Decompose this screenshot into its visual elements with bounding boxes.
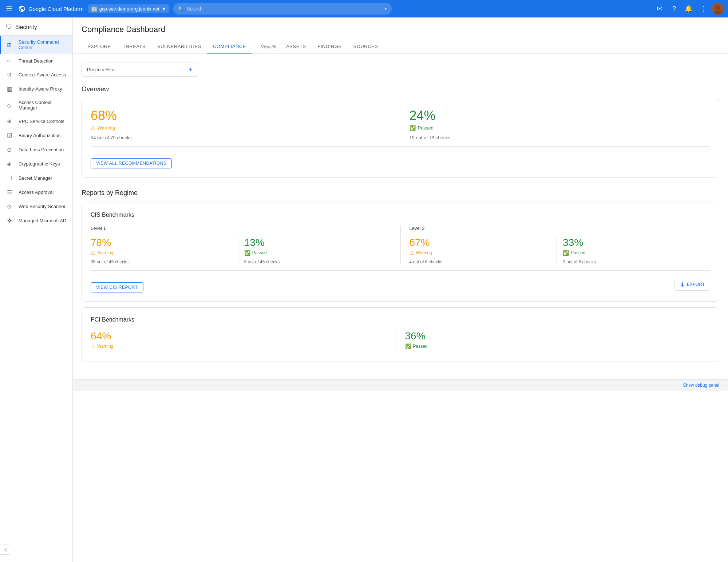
sidebar-item-cryptographic-keys[interactable]: ◈ Cryptographic Keys [0, 157, 72, 171]
main-content: Compliance Dashboard EXPLORE THREATS VUL… [73, 17, 728, 562]
tab-threats[interactable]: THREATS [117, 40, 151, 53]
tab-compliance[interactable]: COMPLIANCE [207, 40, 252, 53]
pci-passed-status: ✅ Passed [405, 343, 702, 349]
cis-benchmarks-card: CIS Benchmarks Level 1 78% ⚠ Warning [82, 203, 719, 302]
tab-sources[interactable]: SOURCES [348, 40, 384, 53]
tab-vulnerabilities[interactable]: VULNERABILITIES [151, 40, 207, 53]
sidebar-item-identity-aware-proxy[interactable]: ▦ Identity-Aware Proxy [0, 82, 72, 96]
menu-icon[interactable]: ☰ [4, 3, 14, 15]
sidebar-item-vpc-service-controls[interactable]: ⊕ VPC Service Controls [0, 114, 72, 128]
nav-icons: ✉ ? 🔔 ⋮ [654, 3, 724, 15]
search-bar: 🔍 ▼ [173, 3, 392, 15]
scanner-label: Web Security Scanner [19, 204, 66, 209]
sidebar-item-access-approval[interactable]: ☰ Access Approval [0, 185, 72, 199]
sidebar-item-security-command-center[interactable]: ⊞ Security Command Center [0, 36, 72, 54]
msad-icon: ❖ [7, 217, 14, 224]
sidebar-item-context-aware-access[interactable]: ↺ Context-Aware Access [0, 68, 72, 82]
sidebar-item-managed-microsoft-ad[interactable]: ❖ Managed Microsoft AD [0, 214, 72, 228]
cis-l1-warning-checks: 35 out of 45 checks [91, 259, 232, 264]
pci-benchmarks-card: PCI Benchmarks 64% ⚠ Warning 36% [82, 307, 719, 362]
iap-label: Identity-Aware Proxy [19, 86, 62, 92]
tab-assets[interactable]: ASSETS [280, 40, 312, 53]
filter-bar: Projects Filter + [82, 63, 719, 77]
view-cis-report-button[interactable]: VIEW CIS REPORT [91, 282, 143, 292]
scc-icon: ⊞ [7, 41, 14, 48]
cis-l2-warning-label: Warning [416, 250, 432, 255]
secret-label: Secret Manager [19, 175, 52, 181]
passed-status-label: Passed [418, 125, 434, 131]
overview-passed-status: ✅ Passed [410, 125, 702, 131]
cis-level-2-label: Level 2 [410, 226, 711, 231]
cis-l1-pass-icon: ✅ [244, 250, 250, 256]
cis-l1-warning-label: Warning [97, 250, 113, 255]
overview-passed-percent: 24% [410, 108, 702, 123]
search-input[interactable] [186, 6, 381, 12]
vpc-icon: ⊕ [7, 118, 14, 125]
cis-l2-warning-status: ⚠ Warning [410, 250, 551, 256]
projects-filter-button[interactable]: Projects Filter + [82, 63, 198, 77]
cis-level-1-passed-metric: 13% ✅ Passed 6 out of 45 checks [238, 237, 392, 264]
cis-export-button[interactable]: ⬇ EXPORT [674, 279, 710, 291]
cis-l2-passed-checks: 2 out of 6 checks [563, 259, 704, 264]
notifications-icon[interactable]: 🔔 [683, 3, 695, 15]
cis-regime-actions: VIEW CIS REPORT ⬇ EXPORT [91, 270, 710, 292]
google-cloud-logo [18, 5, 25, 12]
pci-passed-label: Passed [413, 344, 428, 349]
overview-metric-passed: 24% ✅ Passed 19 out of 79 checks [392, 108, 711, 140]
tab-findings[interactable]: FINDINGS [312, 40, 347, 53]
email-icon[interactable]: ✉ [654, 3, 665, 15]
tab-divider [255, 43, 255, 51]
tab-explore[interactable]: EXPLORE [82, 40, 117, 53]
org-chip[interactable]: 🏢 gcp-sec-demo-org.joonix.net ▼ [88, 4, 169, 13]
brand: Google Cloud Platform [18, 5, 84, 12]
filter-plus-icon: + [189, 66, 193, 73]
cis-level-2-metrics: 67% ⚠ Warning 4 out of 6 checks 33% [410, 237, 711, 264]
overview-warning-percent: 68% [91, 108, 383, 123]
sidebar-item-access-context-manager[interactable]: ◇ Access Context Manager [0, 96, 72, 114]
threat-label: Threat Detection [19, 58, 54, 64]
overview-warning-status: ⚠ Warning [91, 125, 383, 131]
cis-level-2-group: Level 2 67% ⚠ Warning 4 out of 6 checks [410, 226, 711, 264]
threat-icon: ○ [7, 57, 14, 64]
cis-level-1-group: Level 1 78% ⚠ Warning 35 out of 45 check… [91, 226, 401, 264]
page-title: Compliance Dashboard [82, 25, 719, 34]
org-dropdown-icon: ▼ [162, 6, 166, 12]
context-icon: ↺ [7, 71, 14, 78]
sidebar-item-secret-manager[interactable]: ⊣ Secret Manager [0, 171, 72, 185]
overview-section: Overview 68% ⚠ Warning 54 out of 79 chec… [82, 85, 719, 178]
view-all-label: View All: [258, 41, 280, 53]
overview-card: 68% ⚠ Warning 54 out of 79 checks 24% [82, 99, 719, 178]
cis-l2-warning-percent: 67% [410, 237, 551, 248]
sidebar-item-threat-detection[interactable]: ○ Threat Detection [0, 54, 72, 68]
warning-triangle-icon: ⚠ [91, 125, 95, 131]
help-icon[interactable]: ? [668, 3, 680, 15]
view-all-recommendations-button[interactable]: VIEW ALL RECOMMENDATIONS [91, 158, 172, 168]
sidebar-item-data-loss-prevention[interactable]: ⊙ Data Loss Prevention [0, 143, 72, 157]
overview-warning-checks: 54 out of 79 checks [91, 135, 383, 140]
more-options-icon[interactable]: ⋮ [697, 3, 709, 15]
overview-metrics-row: 68% ⚠ Warning 54 out of 79 checks 24% [91, 108, 710, 140]
msad-label: Managed Microsoft AD [19, 218, 67, 223]
avatar[interactable] [712, 3, 724, 15]
dlp-icon: ⊙ [7, 146, 14, 153]
cis-l2-warn-icon: ⚠ [410, 250, 414, 256]
reports-by-regime-title: Reports by Regime [82, 189, 719, 197]
shield-icon: 🛡 [6, 23, 12, 31]
pci-warn-icon: ⚠ [91, 343, 95, 349]
cis-l1-passed-label: Passed [252, 250, 267, 255]
approval-icon: ☰ [7, 189, 14, 196]
search-dropdown-icon[interactable]: ▼ [384, 7, 387, 11]
sidebar-item-binary-authorization[interactable]: ☑ Binary Authorization [0, 128, 72, 143]
secret-icon: ⊣ [7, 175, 14, 182]
acm-icon: ◇ [7, 102, 14, 109]
export-label: EXPORT [687, 282, 705, 287]
cis-l2-warning-checks: 4 out of 6 checks [410, 259, 551, 264]
debug-bar[interactable]: Show debug panel [73, 379, 728, 391]
sidebar-collapse-button[interactable]: ◁ [0, 545, 10, 555]
pci-warning-status: ⚠ Warning [91, 343, 387, 349]
sidebar-item-web-security-scanner[interactable]: ⊙ Web Security Scanner [0, 199, 72, 214]
cis-l2-passed-percent: 33% [563, 237, 704, 248]
binary-label: Binary Authorization [19, 133, 61, 138]
cis-l1-warning-status: ⚠ Warning [91, 250, 232, 256]
vpc-label: VPC Service Controls [19, 119, 64, 124]
